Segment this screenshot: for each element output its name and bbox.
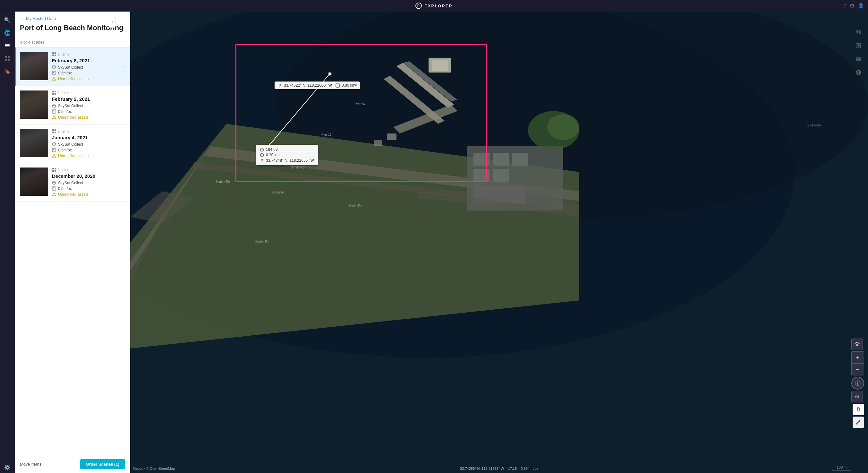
scene-item-3[interactable]: 1 items January 4, 2021 SkySat Collect [15, 124, 130, 163]
map-area[interactable]: 33.74522° N, 118.22600° W 0.00 km² 194.6… [130, 11, 868, 473]
scene-item-4[interactable]: 1 items December 20, 2020 SkySat Collect [15, 163, 130, 202]
svg-rect-19 [52, 93, 54, 95]
locate-me-button[interactable] [851, 391, 863, 403]
measurement-tooltip: 194.69° 0.20 km 33.74348° N, 118.22655° … [256, 145, 318, 165]
scene-meta-1: SkySat Collect [52, 65, 120, 70]
scene-thumb-1 [20, 52, 48, 80]
main-layout: 🔍 🌐 🔖 ⚙️ ← My Hosted Data [0, 0, 868, 473]
svg-point-76 [279, 84, 281, 86]
svg-point-48 [130, 11, 794, 358]
settings-nav-item[interactable]: ⚙️ [2, 462, 13, 473]
help-icon[interactable]: ? [844, 3, 846, 9]
stack-view-button[interactable] [852, 53, 864, 65]
scene-res-4: 0.5m/px [52, 186, 125, 191]
bookmark-nav-item[interactable]: 🔖 [2, 65, 13, 77]
svg-marker-98 [855, 342, 859, 345]
svg-marker-64 [384, 76, 444, 124]
items-icon-2 [52, 90, 57, 95]
scene-assets-label-4: Unrectified assets [58, 192, 89, 197]
scene-items-label-3: 1 items [58, 129, 69, 133]
svg-rect-55 [473, 153, 490, 166]
svg-rect-7 [52, 52, 54, 54]
measure-distance-value: 0.20 km [266, 153, 280, 157]
measure-coord-icon [260, 158, 264, 163]
svg-rect-59 [493, 169, 509, 182]
map-attribution: Mapbox © OpenStreetMap [133, 467, 175, 470]
zoom-in-button[interactable]: + [851, 352, 863, 363]
layers-toggle-button[interactable] [851, 338, 863, 350]
svg-point-49 [278, 11, 868, 219]
scene-items-count-3: 1 items [52, 129, 125, 134]
catalog-nav-item[interactable] [2, 53, 13, 64]
layers-nav-item[interactable] [2, 40, 13, 51]
panel-collapse-button[interactable]: ‹ [109, 16, 116, 28]
measure-coord-value: 33.74348° N, 118.22655° W [266, 158, 314, 163]
back-link-label: My Hosted Data [26, 16, 56, 21]
satellite-background [130, 11, 868, 473]
scene-info-4: 1 items December 20, 2020 SkySat Collect [52, 168, 125, 197]
scene-list: 1 items February 8, 2021 SkySat Collect [15, 48, 130, 455]
svg-rect-29 [52, 131, 54, 133]
scene-collect-label-1: SkySat Collect [58, 65, 83, 70]
upload-to-map-button[interactable] [852, 40, 864, 51]
search-nav-item[interactable]: 🔍 [2, 14, 13, 26]
svg-point-62 [547, 114, 579, 140]
svg-rect-9 [52, 55, 54, 56]
scene-assets-2: Unrectified assets [52, 115, 125, 120]
svg-rect-28 [55, 129, 56, 131]
right-panel-icons [852, 26, 864, 78]
globe-nav-item[interactable]: 🌐 [2, 27, 13, 38]
area-tooltip: 0.00 km² [332, 82, 360, 89]
scene-thumbnail-img-1 [20, 52, 48, 80]
grid-icon[interactable]: ⊞ [850, 3, 854, 9]
logo-icon: P [415, 3, 422, 9]
zoom-out-button[interactable]: − [851, 363, 863, 375]
order-scenes-button[interactable]: Order Scenes (1) [80, 459, 125, 469]
globe-view-button[interactable] [852, 67, 864, 78]
compass-button[interactable] [851, 377, 864, 390]
assets-icon-3 [52, 154, 56, 158]
move-items-button[interactable]: Move Items [20, 462, 41, 467]
scene-item-2[interactable]: 1 items February 2, 2021 SkySat Collect [15, 86, 130, 124]
scene-assets-label-3: Unrectified assets [58, 154, 89, 158]
svg-point-84 [261, 159, 263, 161]
eye-toggle-button[interactable] [852, 26, 864, 38]
scene-meta-4: SkySat Collect [52, 181, 125, 185]
map-coordinates-display: 33.74285° N, 118.21868° W 17.15 0.894 m/… [460, 467, 538, 470]
measure-angle-value: 194.69° [266, 147, 279, 152]
scene-thumbnail-img-3 [20, 129, 48, 157]
map-controls: + − [851, 338, 864, 403]
svg-rect-69 [387, 134, 397, 140]
scene-meta-3: SkySat Collect [52, 142, 125, 147]
satellite-svg-overlay [130, 11, 868, 473]
svg-point-46 [54, 195, 54, 196]
pencil-draw-button[interactable] [852, 416, 864, 428]
area-icon [336, 83, 340, 88]
svg-rect-8 [55, 52, 56, 54]
svg-marker-100 [857, 381, 858, 383]
delete-draw-button[interactable] [852, 404, 864, 415]
scene-item-1[interactable]: 1 items February 8, 2021 SkySat Collect [15, 48, 130, 86]
svg-line-81 [262, 150, 264, 150]
svg-marker-52 [130, 146, 579, 271]
svg-rect-0 [5, 44, 10, 45]
svg-rect-70 [374, 140, 382, 146]
scene-arrow-1: › [124, 64, 125, 69]
svg-rect-22 [52, 110, 56, 113]
scene-date-2: February 2, 2021 [52, 96, 125, 102]
top-bar-right: ? ⊞ 👤 [844, 3, 864, 9]
scene-res-2: 0.5m/px [52, 110, 125, 114]
svg-rect-20 [55, 93, 56, 95]
collect-icon-2 [52, 104, 56, 108]
scale-display: 0.894 m/px [521, 467, 538, 470]
svg-point-36 [54, 156, 54, 157]
user-icon[interactable]: 👤 [858, 3, 864, 9]
scene-res-label-3: 0.5m/px [58, 148, 72, 152]
svg-rect-67 [429, 58, 451, 72]
assets-icon-4 [52, 192, 56, 197]
scene-collect-label-3: SkySat Collect [58, 142, 83, 147]
measure-angle-icon [260, 148, 264, 152]
collect-icon-4 [52, 181, 56, 185]
svg-rect-56 [493, 153, 509, 166]
scene-res-label-1: 0.5m/px [58, 71, 72, 76]
